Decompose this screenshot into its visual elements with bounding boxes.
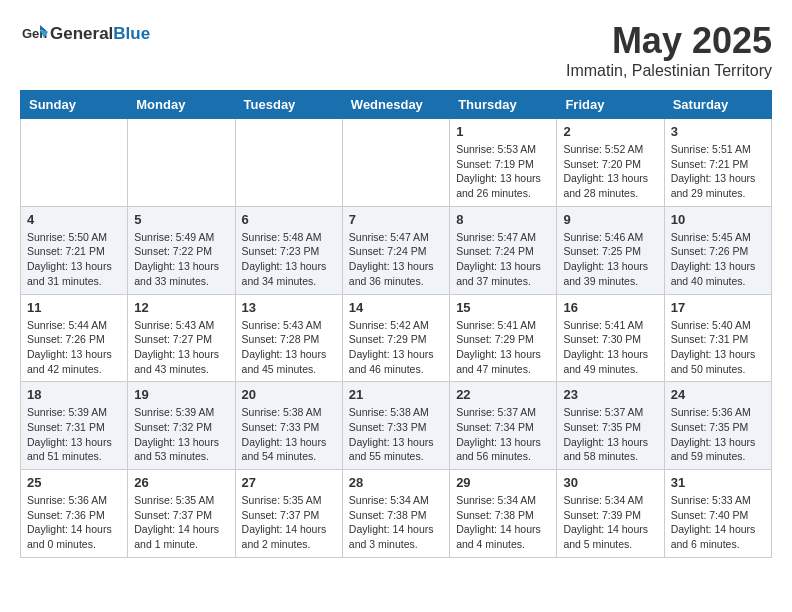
cell-info-text: Sunrise: 5:33 AM Sunset: 7:40 PM Dayligh… — [671, 493, 765, 552]
calendar-cell: 3Sunrise: 5:51 AM Sunset: 7:21 PM Daylig… — [664, 119, 771, 207]
calendar-cell: 10Sunrise: 5:45 AM Sunset: 7:26 PM Dayli… — [664, 206, 771, 294]
cell-info-text: Sunrise: 5:43 AM Sunset: 7:27 PM Dayligh… — [134, 318, 228, 377]
cell-date-number: 12 — [134, 300, 228, 315]
logo: Gen GeneralBlue — [20, 20, 150, 48]
calendar-week-2: 4Sunrise: 5:50 AM Sunset: 7:21 PM Daylig… — [21, 206, 772, 294]
cell-info-text: Sunrise: 5:53 AM Sunset: 7:19 PM Dayligh… — [456, 142, 550, 201]
cell-date-number: 23 — [563, 387, 657, 402]
cell-date-number: 27 — [242, 475, 336, 490]
cell-info-text: Sunrise: 5:35 AM Sunset: 7:37 PM Dayligh… — [134, 493, 228, 552]
calendar-cell: 28Sunrise: 5:34 AM Sunset: 7:38 PM Dayli… — [342, 470, 449, 558]
cell-info-text: Sunrise: 5:49 AM Sunset: 7:22 PM Dayligh… — [134, 230, 228, 289]
cell-date-number: 19 — [134, 387, 228, 402]
cell-date-number: 6 — [242, 212, 336, 227]
cell-info-text: Sunrise: 5:36 AM Sunset: 7:36 PM Dayligh… — [27, 493, 121, 552]
calendar-cell: 7Sunrise: 5:47 AM Sunset: 7:24 PM Daylig… — [342, 206, 449, 294]
calendar-cell: 9Sunrise: 5:46 AM Sunset: 7:25 PM Daylig… — [557, 206, 664, 294]
cell-info-text: Sunrise: 5:35 AM Sunset: 7:37 PM Dayligh… — [242, 493, 336, 552]
calendar-cell — [342, 119, 449, 207]
calendar-cell: 5Sunrise: 5:49 AM Sunset: 7:22 PM Daylig… — [128, 206, 235, 294]
cell-date-number: 4 — [27, 212, 121, 227]
calendar-cell: 2Sunrise: 5:52 AM Sunset: 7:20 PM Daylig… — [557, 119, 664, 207]
cell-info-text: Sunrise: 5:45 AM Sunset: 7:26 PM Dayligh… — [671, 230, 765, 289]
calendar-cell — [235, 119, 342, 207]
cell-date-number: 14 — [349, 300, 443, 315]
cell-date-number: 7 — [349, 212, 443, 227]
cell-info-text: Sunrise: 5:39 AM Sunset: 7:31 PM Dayligh… — [27, 405, 121, 464]
cell-date-number: 26 — [134, 475, 228, 490]
calendar-cell: 1Sunrise: 5:53 AM Sunset: 7:19 PM Daylig… — [450, 119, 557, 207]
calendar-cell: 30Sunrise: 5:34 AM Sunset: 7:39 PM Dayli… — [557, 470, 664, 558]
calendar-week-4: 18Sunrise: 5:39 AM Sunset: 7:31 PM Dayli… — [21, 382, 772, 470]
logo-blue-text: Blue — [113, 24, 150, 43]
calendar-cell: 6Sunrise: 5:48 AM Sunset: 7:23 PM Daylig… — [235, 206, 342, 294]
header-sunday: Sunday — [21, 91, 128, 119]
calendar-cell: 19Sunrise: 5:39 AM Sunset: 7:32 PM Dayli… — [128, 382, 235, 470]
cell-info-text: Sunrise: 5:37 AM Sunset: 7:34 PM Dayligh… — [456, 405, 550, 464]
calendar-cell: 18Sunrise: 5:39 AM Sunset: 7:31 PM Dayli… — [21, 382, 128, 470]
cell-date-number: 10 — [671, 212, 765, 227]
cell-info-text: Sunrise: 5:34 AM Sunset: 7:38 PM Dayligh… — [456, 493, 550, 552]
cell-info-text: Sunrise: 5:50 AM Sunset: 7:21 PM Dayligh… — [27, 230, 121, 289]
calendar-cell: 11Sunrise: 5:44 AM Sunset: 7:26 PM Dayli… — [21, 294, 128, 382]
cell-date-number: 16 — [563, 300, 657, 315]
header-saturday: Saturday — [664, 91, 771, 119]
calendar-cell: 25Sunrise: 5:36 AM Sunset: 7:36 PM Dayli… — [21, 470, 128, 558]
cell-date-number: 29 — [456, 475, 550, 490]
header-monday: Monday — [128, 91, 235, 119]
location-subtitle: Immatin, Palestinian Territory — [566, 62, 772, 80]
calendar-cell: 22Sunrise: 5:37 AM Sunset: 7:34 PM Dayli… — [450, 382, 557, 470]
calendar-table: Sunday Monday Tuesday Wednesday Thursday… — [20, 90, 772, 558]
calendar-cell: 24Sunrise: 5:36 AM Sunset: 7:35 PM Dayli… — [664, 382, 771, 470]
cell-date-number: 18 — [27, 387, 121, 402]
cell-info-text: Sunrise: 5:43 AM Sunset: 7:28 PM Dayligh… — [242, 318, 336, 377]
cell-date-number: 9 — [563, 212, 657, 227]
cell-date-number: 11 — [27, 300, 121, 315]
cell-info-text: Sunrise: 5:41 AM Sunset: 7:29 PM Dayligh… — [456, 318, 550, 377]
cell-date-number: 15 — [456, 300, 550, 315]
cell-date-number: 8 — [456, 212, 550, 227]
calendar-cell — [128, 119, 235, 207]
calendar-cell: 4Sunrise: 5:50 AM Sunset: 7:21 PM Daylig… — [21, 206, 128, 294]
cell-date-number: 30 — [563, 475, 657, 490]
logo-icon: Gen — [20, 20, 48, 48]
calendar-cell: 12Sunrise: 5:43 AM Sunset: 7:27 PM Dayli… — [128, 294, 235, 382]
cell-date-number: 21 — [349, 387, 443, 402]
page-header: Gen GeneralBlue May 2025 Immatin, Palest… — [20, 20, 772, 80]
calendar-week-3: 11Sunrise: 5:44 AM Sunset: 7:26 PM Dayli… — [21, 294, 772, 382]
cell-info-text: Sunrise: 5:34 AM Sunset: 7:39 PM Dayligh… — [563, 493, 657, 552]
cell-date-number: 22 — [456, 387, 550, 402]
title-block: May 2025 Immatin, Palestinian Territory — [566, 20, 772, 80]
cell-info-text: Sunrise: 5:42 AM Sunset: 7:29 PM Dayligh… — [349, 318, 443, 377]
calendar-week-1: 1Sunrise: 5:53 AM Sunset: 7:19 PM Daylig… — [21, 119, 772, 207]
cell-date-number: 1 — [456, 124, 550, 139]
cell-info-text: Sunrise: 5:47 AM Sunset: 7:24 PM Dayligh… — [349, 230, 443, 289]
cell-info-text: Sunrise: 5:41 AM Sunset: 7:30 PM Dayligh… — [563, 318, 657, 377]
calendar-cell: 17Sunrise: 5:40 AM Sunset: 7:31 PM Dayli… — [664, 294, 771, 382]
cell-info-text: Sunrise: 5:51 AM Sunset: 7:21 PM Dayligh… — [671, 142, 765, 201]
calendar-cell: 21Sunrise: 5:38 AM Sunset: 7:33 PM Dayli… — [342, 382, 449, 470]
cell-date-number: 13 — [242, 300, 336, 315]
cell-info-text: Sunrise: 5:52 AM Sunset: 7:20 PM Dayligh… — [563, 142, 657, 201]
cell-date-number: 24 — [671, 387, 765, 402]
calendar-cell: 16Sunrise: 5:41 AM Sunset: 7:30 PM Dayli… — [557, 294, 664, 382]
cell-info-text: Sunrise: 5:38 AM Sunset: 7:33 PM Dayligh… — [349, 405, 443, 464]
cell-info-text: Sunrise: 5:34 AM Sunset: 7:38 PM Dayligh… — [349, 493, 443, 552]
weekday-header-row: Sunday Monday Tuesday Wednesday Thursday… — [21, 91, 772, 119]
calendar-cell: 26Sunrise: 5:35 AM Sunset: 7:37 PM Dayli… — [128, 470, 235, 558]
cell-info-text: Sunrise: 5:40 AM Sunset: 7:31 PM Dayligh… — [671, 318, 765, 377]
cell-info-text: Sunrise: 5:47 AM Sunset: 7:24 PM Dayligh… — [456, 230, 550, 289]
calendar-cell: 31Sunrise: 5:33 AM Sunset: 7:40 PM Dayli… — [664, 470, 771, 558]
cell-date-number: 3 — [671, 124, 765, 139]
calendar-cell — [21, 119, 128, 207]
month-title: May 2025 — [566, 20, 772, 62]
cell-info-text: Sunrise: 5:37 AM Sunset: 7:35 PM Dayligh… — [563, 405, 657, 464]
header-wednesday: Wednesday — [342, 91, 449, 119]
calendar-week-5: 25Sunrise: 5:36 AM Sunset: 7:36 PM Dayli… — [21, 470, 772, 558]
cell-info-text: Sunrise: 5:44 AM Sunset: 7:26 PM Dayligh… — [27, 318, 121, 377]
cell-info-text: Sunrise: 5:39 AM Sunset: 7:32 PM Dayligh… — [134, 405, 228, 464]
cell-info-text: Sunrise: 5:36 AM Sunset: 7:35 PM Dayligh… — [671, 405, 765, 464]
calendar-cell: 23Sunrise: 5:37 AM Sunset: 7:35 PM Dayli… — [557, 382, 664, 470]
calendar-cell: 8Sunrise: 5:47 AM Sunset: 7:24 PM Daylig… — [450, 206, 557, 294]
calendar-cell: 14Sunrise: 5:42 AM Sunset: 7:29 PM Dayli… — [342, 294, 449, 382]
